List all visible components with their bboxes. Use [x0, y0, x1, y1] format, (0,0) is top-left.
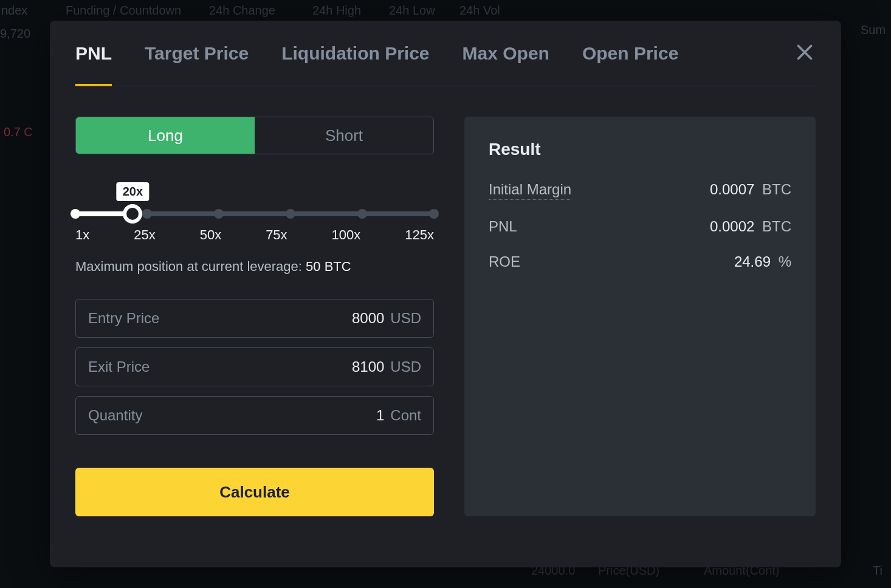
leverage-tick-dot[interactable] — [142, 209, 152, 219]
short-button[interactable]: Short — [255, 117, 433, 154]
entry-price-field[interactable]: Entry Price USD — [75, 299, 434, 338]
exit-price-input[interactable] — [150, 358, 384, 375]
result-row: ROE24.69 % — [489, 253, 791, 270]
long-button[interactable]: Long — [76, 117, 255, 154]
entry-price-input[interactable] — [159, 310, 384, 327]
exit-price-field[interactable]: Exit Price USD — [75, 347, 434, 386]
leverage-tick-dot[interactable] — [71, 209, 80, 219]
leverage-tick-dot[interactable] — [357, 209, 367, 219]
calculator-tabs: PNLTarget PriceLiquidation PriceMax Open… — [75, 21, 816, 86]
background-label: Funding / Countdown — [66, 4, 181, 18]
leverage-tick-label: 50x — [200, 227, 221, 243]
result-panel: Result Initial Margin0.0007 BTCPNL0.0002… — [464, 117, 816, 516]
background-label: Ti — [873, 564, 882, 578]
exit-price-unit: USD — [390, 358, 421, 375]
entry-price-unit: USD — [390, 310, 421, 327]
background-label: Sum — [861, 23, 886, 37]
result-value: 24.69 % — [734, 253, 791, 270]
background-label: 24h Low — [389, 4, 435, 18]
result-value: 0.0007 BTC — [710, 181, 791, 198]
background-label: 9,720 — [0, 27, 30, 41]
tab-target-price[interactable]: Target Price — [145, 43, 249, 64]
result-key: ROE — [489, 253, 520, 270]
leverage-tick-label: 100x — [332, 227, 361, 243]
leverage-tick-dot[interactable] — [214, 209, 224, 219]
result-value: 0.0002 BTC — [710, 218, 791, 235]
result-unit: % — [779, 253, 791, 270]
background-label: 24h Change — [209, 4, 275, 18]
background-label: 0.7 C — [4, 125, 33, 139]
entry-price-label: Entry Price — [88, 310, 159, 327]
leverage-tooltip: 20x — [117, 182, 149, 201]
result-key: Initial Margin — [489, 181, 571, 200]
leverage-tick-dot[interactable] — [286, 209, 295, 219]
leverage-slider[interactable]: 20x 1x25x50x75x100x125x — [75, 182, 434, 243]
tab-open-price[interactable]: Open Price — [582, 43, 678, 64]
result-row: Initial Margin0.0007 BTC — [489, 181, 791, 200]
leverage-tick-label: 1x — [75, 227, 89, 243]
tab-pnl[interactable]: PNL — [75, 43, 112, 64]
leverage-tick-labels: 1x25x50x75x100x125x — [75, 227, 434, 243]
background-label: 24h High — [312, 4, 361, 18]
leverage-tick-dot[interactable] — [429, 209, 439, 219]
background-label: 24h Vol — [459, 4, 500, 18]
quantity-label: Quantity — [88, 407, 142, 424]
result-key: PNL — [489, 218, 517, 235]
background-label: ndex — [1, 4, 27, 18]
result-unit: BTC — [762, 218, 791, 234]
result-unit: BTC — [762, 181, 791, 197]
leverage-thumb[interactable] — [123, 204, 142, 224]
quantity-input[interactable] — [142, 407, 384, 424]
pnl-calculator-modal: PNLTarget PriceLiquidation PriceMax Open… — [50, 21, 841, 567]
position-side-toggle: Long Short — [75, 117, 434, 154]
exit-price-label: Exit Price — [88, 358, 150, 375]
close-icon[interactable] — [794, 41, 816, 63]
result-row: PNL0.0002 BTC — [489, 218, 791, 235]
result-title: Result — [489, 140, 791, 159]
leverage-tick-label: 125x — [405, 227, 434, 243]
leverage-tick-label: 25x — [134, 227, 155, 243]
tab-max-open[interactable]: Max Open — [463, 43, 549, 64]
calculate-button[interactable]: Calculate — [75, 468, 434, 516]
quantity-field[interactable]: Quantity Cont — [75, 396, 434, 435]
quantity-unit: Cont — [390, 407, 421, 424]
tab-liquidation-price[interactable]: Liquidation Price — [281, 43, 429, 64]
max-position-note: Maximum position at current leverage: 50… — [75, 259, 434, 275]
leverage-tick-label: 75x — [266, 227, 287, 243]
